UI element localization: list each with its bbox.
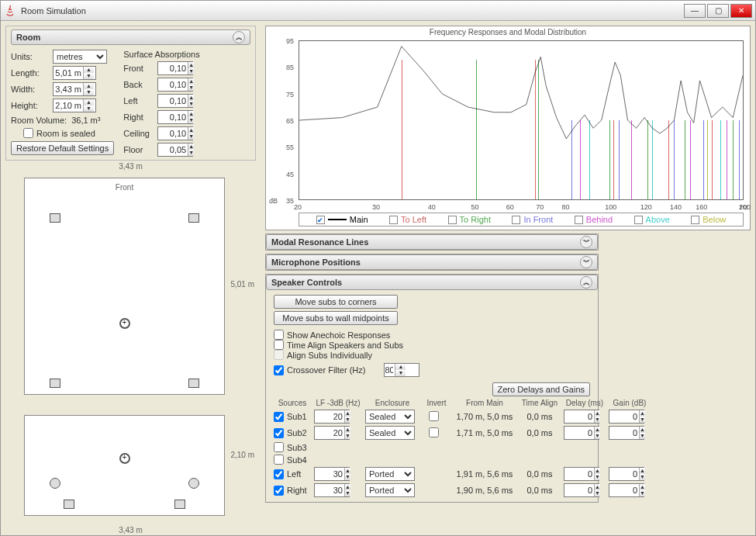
restore-defaults-button[interactable]: Restore Default Settings <box>11 141 114 155</box>
height-label: Height: <box>11 101 50 110</box>
titlebar[interactable]: Room Simulation — ▢ ✕ <box>1 1 755 21</box>
sub-left[interactable] <box>50 478 60 489</box>
abs-right-label: Right <box>123 112 154 122</box>
abs-front-label: Front <box>123 64 154 73</box>
legend-item[interactable]: Below <box>691 215 726 224</box>
crossover-checkbox[interactable]: Crossover Filter (Hz) ▲▼ <box>274 363 590 377</box>
crossover-input[interactable]: ▲▼ <box>384 363 419 377</box>
source-sub4-checkbox[interactable]: Sub4 <box>274 455 311 465</box>
abs-left-input[interactable]: ▲▼ <box>157 94 193 108</box>
elev-spk-right[interactable] <box>174 500 185 509</box>
microphone-icon[interactable] <box>119 318 130 329</box>
window-title: Room Simulation <box>21 6 684 16</box>
minimize-button[interactable]: — <box>684 4 706 18</box>
app-window: Room Simulation — ▢ ✕ Room ︽ Units: met <box>0 0 756 536</box>
room-panel-title: Room <box>16 33 40 42</box>
room-panel-header[interactable]: Room ︽ <box>11 29 250 45</box>
delay-input[interactable]: ▲▼ <box>564 426 606 440</box>
units-label: Units: <box>11 52 50 61</box>
plan-height-label: 5,01 m <box>230 280 254 289</box>
plan-width-label: 3,43 m <box>119 162 143 171</box>
lf-input[interactable]: ▲▼ <box>314 410 362 424</box>
move-subs-corners-button[interactable]: Move subs to corners <box>274 295 398 309</box>
speaker-rear-left[interactable] <box>50 379 60 388</box>
maximize-button[interactable]: ▢ <box>707 4 729 18</box>
legend-item[interactable]: Behind <box>575 215 613 224</box>
gain-input[interactable]: ▲▼ <box>609 483 651 497</box>
delay-input[interactable]: ▲▼ <box>564 410 606 424</box>
abs-right-input[interactable]: ▲▼ <box>157 110 193 124</box>
elev-width-label: 3,43 m <box>119 526 143 534</box>
plan-front-label: Front <box>116 183 133 192</box>
abs-front-input[interactable]: ▲▼ <box>157 61 193 75</box>
elev-height-label: 2,10 m <box>230 451 254 459</box>
gain-input[interactable]: ▲▼ <box>609 410 651 424</box>
enclosure-select[interactable]: Sealed <box>365 410 419 424</box>
speaker-front-left[interactable] <box>50 213 60 223</box>
mic-elev-icon[interactable] <box>119 453 130 464</box>
y-axis-label: dB <box>269 197 278 205</box>
time-align-checkbox[interactable]: Time Align Speakers and Subs <box>274 340 590 350</box>
room-panel: Room ︽ Units: metres Length: ▲▼ Width: ▲… <box>5 26 256 161</box>
close-button[interactable]: ✕ <box>730 4 752 18</box>
gain-input[interactable]: ▲▼ <box>609 467 651 481</box>
delay-input[interactable]: ▲▼ <box>564 483 606 497</box>
lf-input[interactable]: ▲▼ <box>314 426 362 440</box>
abs-floor-label: Floor <box>123 145 154 154</box>
collapse-icon[interactable]: ︽ <box>233 31 245 43</box>
width-input[interactable]: ▲▼ <box>53 82 96 96</box>
lf-input[interactable]: ▲▼ <box>314 467 362 481</box>
sealed-checkbox[interactable]: Room is sealed <box>23 128 114 138</box>
abs-ceiling-label: Ceiling <box>123 129 154 138</box>
elev-spk-left[interactable] <box>64 500 74 509</box>
delay-input[interactable]: ▲▼ <box>564 467 606 481</box>
chart-legend: ✔MainTo LeftTo RightIn FrontBehindAboveB… <box>299 213 744 227</box>
enclosure-select[interactable]: Ported <box>365 483 419 497</box>
height-input[interactable]: ▲▼ <box>53 99 96 112</box>
legend-item[interactable]: ✔Main <box>316 215 368 224</box>
volume-value: 36,1 m³ <box>71 116 100 125</box>
align-indiv-checkbox: Align Subs Individually <box>274 350 590 360</box>
plan-view[interactable]: Front <box>24 178 225 395</box>
sub-right[interactable] <box>188 478 199 489</box>
abs-ceiling-input[interactable]: ▲▼ <box>157 126 193 140</box>
speaker-controls-header[interactable]: Speaker Controls︽ <box>266 275 598 290</box>
chevron-down-icon: ︾ <box>580 256 592 268</box>
speaker-front-right[interactable] <box>188 213 199 223</box>
chevron-up-icon: ︽ <box>580 276 592 289</box>
units-select[interactable]: metres <box>53 50 107 64</box>
move-subs-midpoints-button[interactable]: Move subs to wall midpoints <box>274 311 398 325</box>
invert-checkbox[interactable] <box>423 427 450 439</box>
source-sub2-checkbox[interactable]: Sub2 <box>274 428 311 438</box>
length-label: Length: <box>11 68 50 78</box>
gain-input[interactable]: ▲▼ <box>609 426 651 440</box>
anechoic-checkbox[interactable]: Show Anechoic Responses <box>274 330 590 340</box>
invert-checkbox[interactable] <box>423 411 450 423</box>
source-right-checkbox[interactable]: Right <box>274 486 311 496</box>
legend-item[interactable]: To Left <box>389 215 426 224</box>
frequency-chart[interactable]: Frequency Responses and Modal Distributi… <box>265 26 751 230</box>
modal-resonance-header[interactable]: Modal Resonance Lines︾ <box>266 234 598 250</box>
elevation-view[interactable] <box>24 415 225 516</box>
length-input[interactable]: ▲▼ <box>53 66 96 80</box>
legend-item[interactable]: In Front <box>512 215 553 224</box>
enclosure-select[interactable]: Sealed <box>365 426 419 440</box>
width-label: Width: <box>11 85 50 94</box>
enclosure-select[interactable]: Ported <box>365 467 419 481</box>
lf-input[interactable]: ▲▼ <box>314 483 362 497</box>
microphone-positions-header[interactable]: Microphone Positions︾ <box>266 254 598 270</box>
source-left-checkbox[interactable]: Left <box>274 469 311 479</box>
abs-back-label: Back <box>123 80 154 89</box>
source-sub1-checkbox[interactable]: Sub1 <box>274 412 311 422</box>
java-icon <box>4 5 16 17</box>
chevron-down-icon: ︾ <box>580 236 592 248</box>
abs-back-input[interactable]: ▲▼ <box>157 78 193 92</box>
legend-item[interactable]: Above <box>634 215 670 224</box>
speaker-rear-right[interactable] <box>188 379 199 388</box>
abs-floor-input[interactable]: ▲▼ <box>157 143 193 157</box>
zero-delays-button[interactable]: Zero Delays and Gains <box>492 382 591 396</box>
legend-item[interactable]: To Right <box>448 215 491 224</box>
absorptions-header: Surface Absorptions <box>123 50 199 59</box>
abs-left-label: Left <box>123 96 154 105</box>
source-sub3-checkbox[interactable]: Sub3 <box>274 442 311 452</box>
